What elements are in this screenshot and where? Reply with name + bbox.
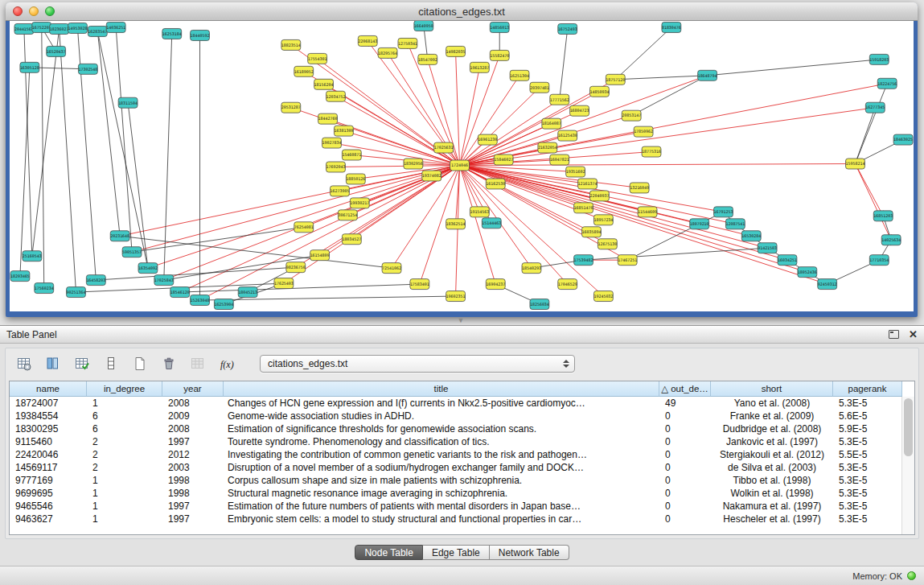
graph-edge[interactable] xyxy=(855,164,883,216)
graph-edge[interactable] xyxy=(97,31,120,236)
column-header-year[interactable]: year xyxy=(162,381,224,396)
column-header-out_degree[interactable]: △ out_de… xyxy=(659,381,711,396)
cell-in_degree: 6 xyxy=(87,410,162,422)
graph-edge[interactable] xyxy=(460,166,480,212)
table-row[interactable]: 911546021997Tourette syndrome. Phenomeno… xyxy=(10,435,902,448)
graph-node-label: 16154809 xyxy=(310,253,330,257)
column-header-short[interactable]: short xyxy=(711,381,833,396)
graph-edge[interactable] xyxy=(631,76,707,116)
table-row[interactable]: 946362711997Embryonic stem cells: a mode… xyxy=(10,513,902,525)
cell-out_degree: 0 xyxy=(659,474,711,487)
table-mode-icon xyxy=(17,356,31,371)
graph-edge[interactable] xyxy=(335,166,459,167)
window-titlebar[interactable]: citations_edges.txt xyxy=(6,2,918,21)
cell-in_degree: 1 xyxy=(87,513,162,525)
tab-edge-table[interactable]: Edge Table xyxy=(423,545,490,560)
import-table-button[interactable] xyxy=(187,353,208,374)
network-view[interactable]: 1724046188235141755430116189052181562041… xyxy=(10,21,914,311)
graph-edge[interactable] xyxy=(708,60,880,76)
table-mode-button[interactable] xyxy=(14,353,35,374)
graph-edge[interactable] xyxy=(456,51,460,166)
graph-edge[interactable] xyxy=(180,284,420,292)
graph-edge[interactable] xyxy=(116,27,132,252)
cell-name: 9777169 xyxy=(10,474,87,487)
graph-edge[interactable] xyxy=(460,166,787,261)
graph-node-label: 16640950 xyxy=(414,23,433,28)
attribute-table: namein_degreeyeartitle△ out_de…shortpage… xyxy=(9,381,915,535)
row-height-button[interactable] xyxy=(101,353,121,374)
scrollbar-thumb[interactable] xyxy=(904,398,913,456)
show-columns-button[interactable] xyxy=(43,353,64,374)
graph-edge[interactable] xyxy=(584,248,768,260)
graph-node-label: 16189052 xyxy=(294,69,314,74)
cell-title: Embryonic stem cells: a model to study s… xyxy=(224,513,659,525)
cell-short: Jankovic et al. (1997) xyxy=(711,435,833,448)
graph-edge[interactable] xyxy=(855,84,887,164)
graph-edge[interactable] xyxy=(120,166,459,237)
network-canvas[interactable]: 1724046188235141755430116189052181562041… xyxy=(10,21,914,311)
float-panel-icon[interactable] xyxy=(889,330,899,339)
cell-year: 1998 xyxy=(162,487,224,500)
graph-edge[interactable] xyxy=(560,29,568,100)
cell-year: 1997 xyxy=(162,513,224,525)
table-body: 1872400712008Changes of HCN gene express… xyxy=(10,397,902,525)
graph-edge[interactable] xyxy=(128,103,148,268)
tab-node-table[interactable]: Node Table xyxy=(355,545,423,560)
graph-edge[interactable] xyxy=(460,166,568,285)
graph-edge[interactable] xyxy=(456,166,460,297)
graph-node-label: 17025631 xyxy=(434,145,454,150)
table-row[interactable]: 946554611997Estimation of the future num… xyxy=(10,500,902,513)
table-row[interactable]: 969969511998Structural magnetic resonanc… xyxy=(10,487,902,500)
zoom-window-button[interactable] xyxy=(45,6,55,16)
delete-column-button[interactable] xyxy=(158,353,179,374)
graph-edge[interactable] xyxy=(615,27,671,80)
graph-node-label: 17539482 xyxy=(574,257,593,262)
column-header-pagerank[interactable]: pagerank xyxy=(833,381,902,396)
graph-edge[interactable] xyxy=(460,84,888,166)
graph-edge[interactable] xyxy=(460,92,600,166)
graph-edge[interactable] xyxy=(460,164,856,166)
close-panel-icon[interactable]: ✕ xyxy=(909,329,918,340)
graph-node-label: 17625403 xyxy=(274,281,294,286)
graph-node-label: 18823514 xyxy=(281,43,301,47)
new-column-button[interactable] xyxy=(129,353,150,374)
graph-node-label: 14036251 xyxy=(106,25,125,30)
table-selector-dropdown[interactable]: citations_edges.txt xyxy=(260,355,575,373)
panel-collapse-handle[interactable]: ▼ xyxy=(453,317,469,324)
graph-edge[interactable] xyxy=(615,76,707,80)
graph-edge[interactable] xyxy=(164,34,172,280)
tab-network-table[interactable]: Network Table xyxy=(490,545,569,560)
table-scrollbar[interactable] xyxy=(901,397,914,534)
column-header-in_degree[interactable]: in_degree xyxy=(87,381,162,396)
graph-edge[interactable] xyxy=(132,227,304,252)
graph-edge[interactable] xyxy=(148,166,460,269)
function-builder-button[interactable]: f(x) xyxy=(216,353,237,374)
table-row[interactable]: 977716911998Corpus callosum shape and si… xyxy=(10,474,902,487)
minimize-window-button[interactable] xyxy=(29,6,39,16)
graph-node-label: 17771562 xyxy=(550,97,569,102)
graph-edge[interactable] xyxy=(460,108,876,166)
column-header-title[interactable]: title xyxy=(224,381,659,396)
graph-node-label: 16520437 xyxy=(47,49,66,54)
table-row[interactable]: 1456911722003Disruption of a novel membe… xyxy=(10,461,902,474)
close-window-button[interactable] xyxy=(13,6,23,16)
graph-node-label: 18362514 xyxy=(446,221,466,226)
cell-pagerank: 5.3E-5 xyxy=(833,500,902,513)
graph-edge[interactable] xyxy=(132,166,459,253)
edit-columns-button[interactable] xyxy=(72,353,92,374)
table-row[interactable]: 2242004622012Investigating the contribut… xyxy=(10,448,902,461)
graph-edge[interactable] xyxy=(855,164,891,241)
graph-edge[interactable] xyxy=(200,296,456,300)
graph-edge[interactable] xyxy=(460,76,708,166)
graph-node-label: 16904237 xyxy=(486,282,505,286)
table-row[interactable]: 1938455462009Genome-wide association stu… xyxy=(10,410,902,422)
graph-edge[interactable] xyxy=(96,267,295,280)
graph-edge[interactable] xyxy=(20,68,30,276)
graph-node-label: 13216049 xyxy=(630,185,649,190)
column-header-name[interactable]: name xyxy=(10,381,87,396)
graph-node-label: 14856013 xyxy=(490,25,509,30)
graph-node-label: 12750341 xyxy=(398,41,417,46)
graph-edge[interactable] xyxy=(460,166,584,208)
table-row[interactable]: 1830029562008Estimation of significance … xyxy=(10,422,902,435)
table-row[interactable]: 1872400712008Changes of HCN gene express… xyxy=(10,397,902,410)
